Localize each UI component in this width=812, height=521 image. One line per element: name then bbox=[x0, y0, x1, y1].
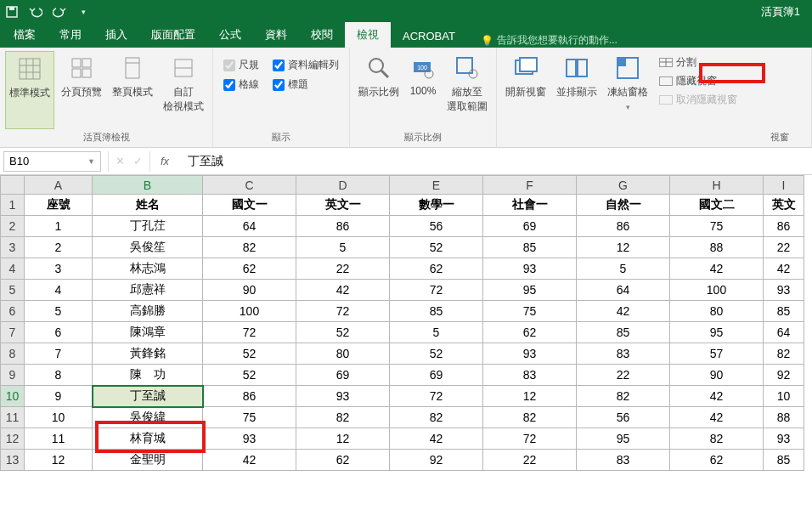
cell[interactable]: 92 bbox=[764, 365, 804, 386]
cell[interactable]: 64 bbox=[203, 216, 296, 237]
cell[interactable]: 12 bbox=[483, 386, 577, 407]
cell[interactable]: 57 bbox=[670, 343, 764, 365]
select-all[interactable] bbox=[1, 176, 25, 195]
cell[interactable]: 62 bbox=[670, 450, 764, 471]
cell[interactable]: 英文 bbox=[764, 195, 804, 216]
cell[interactable]: 陳 功 bbox=[93, 365, 203, 386]
col-header[interactable]: I bbox=[764, 176, 804, 195]
cell[interactable]: 42 bbox=[670, 386, 764, 407]
cell[interactable]: 75 bbox=[203, 407, 296, 428]
col-header[interactable]: B bbox=[93, 176, 203, 195]
cell[interactable]: 86 bbox=[296, 216, 390, 237]
col-header[interactable]: E bbox=[390, 176, 483, 195]
cell[interactable]: 72 bbox=[203, 322, 296, 343]
cell[interactable]: 5 bbox=[390, 322, 483, 343]
cell[interactable]: 12 bbox=[296, 428, 390, 450]
undo-icon[interactable] bbox=[29, 5, 42, 19]
custom-views-button[interactable]: 自訂 檢視模式 bbox=[160, 51, 207, 129]
grid[interactable]: A B C D E F G H I 1 座號姓名國文一英文一數學一社會一自然一國… bbox=[0, 175, 804, 471]
row-header[interactable]: 5 bbox=[1, 280, 25, 301]
cell[interactable]: 42 bbox=[764, 258, 804, 280]
cell[interactable]: 85 bbox=[764, 450, 804, 471]
cell[interactable]: 72 bbox=[390, 280, 483, 301]
freeze-panes-button[interactable]: 凍結窗格▾ bbox=[604, 51, 651, 129]
cell[interactable]: 5 bbox=[577, 258, 670, 280]
cell[interactable]: 6 bbox=[25, 322, 93, 343]
row-header[interactable]: 2 bbox=[1, 216, 25, 237]
page-break-button[interactable]: 分頁預覽 bbox=[58, 51, 105, 129]
col-header[interactable]: C bbox=[203, 176, 296, 195]
cell[interactable]: 9 bbox=[25, 386, 93, 407]
cell[interactable]: 英文一 bbox=[296, 195, 390, 216]
fx-icon[interactable]: fx bbox=[150, 155, 179, 167]
cell[interactable]: 93 bbox=[764, 280, 804, 301]
tab-review[interactable]: 校閱 bbox=[299, 22, 345, 48]
cell[interactable]: 黃鋒銘 bbox=[93, 343, 203, 365]
cell[interactable]: 林育城 bbox=[93, 428, 203, 450]
tab-formulas[interactable]: 公式 bbox=[207, 22, 253, 48]
save-icon[interactable] bbox=[5, 5, 19, 19]
row-header[interactable]: 3 bbox=[1, 237, 25, 258]
formula-bar-checkbox[interactable]: 資料編輯列 bbox=[273, 58, 339, 72]
cell[interactable]: 72 bbox=[390, 386, 483, 407]
cell[interactable]: 22 bbox=[483, 450, 577, 471]
zoom-button[interactable]: 顯示比例 bbox=[355, 51, 403, 129]
cell[interactable]: 10 bbox=[764, 386, 804, 407]
cell[interactable]: 22 bbox=[577, 365, 670, 386]
tab-file[interactable]: 檔案 bbox=[2, 22, 48, 48]
cell[interactable]: 12 bbox=[25, 450, 93, 471]
cell[interactable]: 80 bbox=[296, 343, 390, 365]
cell[interactable]: 42 bbox=[670, 258, 764, 280]
split-button[interactable]: 分割 bbox=[657, 54, 740, 71]
cell[interactable]: 42 bbox=[390, 428, 483, 450]
cell[interactable]: 93 bbox=[483, 258, 577, 280]
headings-checkbox[interactable]: 標題 bbox=[273, 77, 339, 92]
tab-view[interactable]: 檢視 bbox=[345, 22, 391, 48]
cell[interactable]: 國文一 bbox=[203, 195, 296, 216]
col-header[interactable]: A bbox=[25, 176, 93, 195]
formula-input[interactable]: 丁至誠 bbox=[179, 154, 232, 169]
cell[interactable]: 52 bbox=[390, 343, 483, 365]
cell[interactable]: 82 bbox=[390, 407, 483, 428]
cell[interactable]: 95 bbox=[670, 322, 764, 343]
cell[interactable]: 姓名 bbox=[93, 195, 203, 216]
gridlines-checkbox[interactable]: 格線 bbox=[223, 77, 259, 92]
cell[interactable]: 93 bbox=[764, 428, 804, 450]
cell[interactable]: 56 bbox=[577, 407, 670, 428]
cell[interactable]: 1 bbox=[25, 216, 93, 237]
row-header[interactable]: 12 bbox=[1, 428, 25, 450]
cell[interactable]: 邱憲祥 bbox=[93, 280, 203, 301]
tab-layout[interactable]: 版面配置 bbox=[139, 22, 207, 48]
cell[interactable]: 82 bbox=[577, 386, 670, 407]
cell[interactable]: 42 bbox=[670, 407, 764, 428]
tab-acrobat[interactable]: ACROBAT bbox=[391, 25, 467, 48]
cell[interactable]: 國文二 bbox=[670, 195, 764, 216]
cell[interactable]: 72 bbox=[296, 301, 390, 322]
cell[interactable]: 83 bbox=[577, 343, 670, 365]
redo-icon[interactable] bbox=[53, 5, 66, 19]
cell[interactable]: 95 bbox=[483, 280, 577, 301]
cell[interactable]: 林志鴻 bbox=[93, 258, 203, 280]
name-box[interactable]: B10▼ bbox=[3, 151, 101, 172]
zoom-100-button[interactable]: 100100% bbox=[406, 51, 440, 129]
cell[interactable]: 高錦勝 bbox=[93, 301, 203, 322]
cell[interactable]: 62 bbox=[203, 258, 296, 280]
cell[interactable]: 金聖明 bbox=[93, 450, 203, 471]
cell[interactable]: 85 bbox=[390, 301, 483, 322]
qat-customize-icon[interactable]: ▾ bbox=[76, 5, 90, 19]
cell[interactable]: 吳俊笙 bbox=[93, 237, 203, 258]
cell[interactable]: 10 bbox=[25, 407, 93, 428]
cell[interactable]: 82 bbox=[764, 343, 804, 365]
tab-insert[interactable]: 插入 bbox=[93, 22, 139, 48]
cancel-icon[interactable]: ✕ bbox=[116, 155, 125, 167]
page-layout-button[interactable]: 整頁模式 bbox=[109, 51, 156, 129]
cell[interactable]: 85 bbox=[577, 322, 670, 343]
cell[interactable]: 82 bbox=[483, 407, 577, 428]
row-header[interactable]: 4 bbox=[1, 258, 25, 280]
cell[interactable]: 82 bbox=[296, 407, 390, 428]
chevron-down-icon[interactable]: ▼ bbox=[87, 157, 95, 166]
cell[interactable]: 64 bbox=[577, 280, 670, 301]
cell[interactable]: 22 bbox=[764, 237, 804, 258]
cell[interactable]: 88 bbox=[670, 237, 764, 258]
col-header[interactable]: H bbox=[670, 176, 764, 195]
